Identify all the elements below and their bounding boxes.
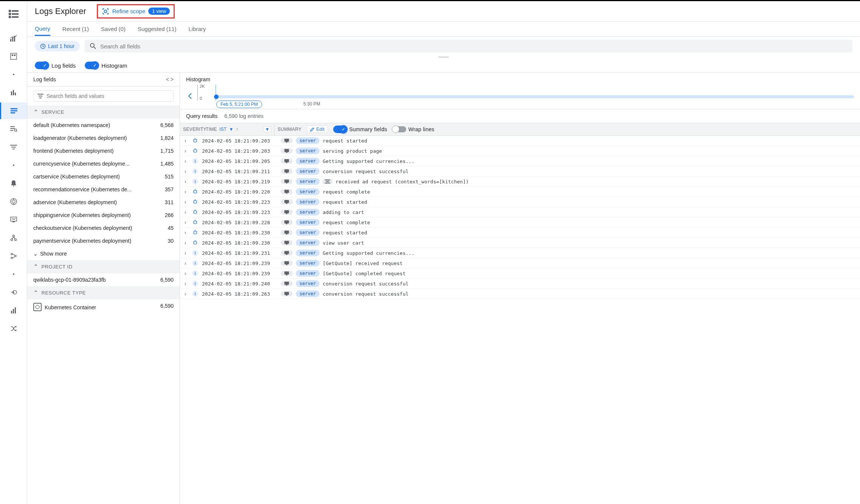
tab-suggested-[interactable]: Suggested (11): [138, 23, 177, 35]
log-fields-toggle[interactable]: ✓: [35, 62, 48, 69]
svg-line-61: [193, 150, 194, 150]
search-all-fields[interactable]: [84, 40, 852, 53]
facet-item[interactable]: adservice (Kubernetes deployment)311: [27, 196, 180, 209]
rail-branch-icon[interactable]: [5, 248, 23, 264]
refine-scope-button[interactable]: Refine scope 1 view: [97, 4, 175, 19]
log-row[interactable]: ›2024-02-05 18:21:09.223serverrequest st…: [180, 197, 860, 207]
sort-asc-icon[interactable]: ↑: [236, 127, 238, 132]
facet-item[interactable]: shippingservice (Kubernetes deployment)2…: [27, 209, 180, 222]
col-time-header[interactable]: TIME IST ▼ ↑ ▼: [203, 124, 275, 135]
expand-row-icon[interactable]: ›: [180, 248, 191, 258]
expand-row-icon[interactable]: ›: [180, 207, 191, 217]
histogram-prev-button[interactable]: [186, 91, 194, 101]
log-row[interactable]: ›i2024-02-05 18:21:09.231serverGetting s…: [180, 248, 860, 258]
expand-row-icon[interactable]: ›: [180, 166, 191, 176]
log-row[interactable]: ›i2024-02-05 18:21:09.211serverconversio…: [180, 166, 860, 177]
expand-row-icon[interactable]: ›: [180, 156, 191, 166]
log-message: serving product page: [323, 148, 382, 154]
log-row[interactable]: ›i2024-02-05 18:21:09.263serverconversio…: [180, 289, 860, 299]
tab-library[interactable]: Library: [189, 23, 206, 35]
expand-row-icon[interactable]: ›: [180, 187, 191, 197]
rail-bell-icon[interactable]: [5, 175, 23, 192]
facet-item[interactable]: loadgenerator (Kubernetes deployment)1,8…: [27, 132, 180, 144]
edit-summary-button[interactable]: Edit: [307, 126, 328, 133]
time-dropdown-icon[interactable]: ▼: [264, 126, 271, 132]
log-row[interactable]: ›i2024-02-05 18:21:09.205serverGetting s…: [180, 156, 860, 166]
facet-header-service[interactable]: ⌃SERVICE: [27, 105, 180, 119]
expand-row-icon[interactable]: ›: [180, 177, 191, 186]
facet-item[interactable]: paymentservice (Kubernetes deployment)30: [27, 234, 180, 247]
expand-row-icon[interactable]: ›: [180, 136, 191, 146]
tab-saved-[interactable]: Saved (0): [101, 23, 126, 35]
rail-dashboard-icon[interactable]: [5, 48, 23, 65]
svg-rect-10: [12, 54, 13, 56]
tz-dropdown-icon[interactable]: ▼: [229, 127, 233, 132]
expand-row-icon[interactable]: ›: [180, 146, 191, 156]
svg-point-32: [11, 239, 12, 241]
facet-item[interactable]: default (Kubernetes namespace)6,568: [27, 119, 180, 132]
time-range-button[interactable]: Last 1 hour: [35, 41, 80, 51]
log-row[interactable]: ›2024-02-05 18:21:09.223serveradding to …: [180, 207, 860, 217]
panel-expand-icon[interactable]: < >: [166, 76, 174, 82]
log-row[interactable]: ›2024-02-05 18:21:09.203serverserving pr…: [180, 146, 860, 156]
log-row[interactable]: ›i2024-02-05 18:21:09.219serverreceived …: [180, 177, 860, 187]
svg-rect-130: [284, 282, 289, 285]
log-row[interactable]: ›i2024-02-05 18:21:09.239server[GetQuote…: [180, 268, 860, 279]
log-row[interactable]: ›2024-02-05 18:21:09.230serverview user …: [180, 238, 860, 248]
field-search-box[interactable]: [33, 90, 174, 102]
histogram-toggle[interactable]: ✓: [85, 62, 98, 69]
tab-query[interactable]: Query: [35, 22, 50, 36]
rail-logs-icon[interactable]: [0, 102, 27, 119]
log-row[interactable]: ›2024-02-05 18:21:09.230serverrequest st…: [180, 228, 860, 238]
log-row[interactable]: ›2024-02-05 18:21:09.228serverrequest co…: [180, 217, 860, 228]
rail-analytics-icon[interactable]: [5, 302, 23, 319]
facet-item[interactable]: frontend (Kubernetes deployment)1,715: [27, 144, 180, 157]
facet-item[interactable]: Kubernetes Container6,590: [27, 299, 180, 315]
facet-header-project-id[interactable]: ⌃PROJECT ID: [27, 260, 180, 273]
resize-handle[interactable]: [27, 56, 860, 59]
facet-item[interactable]: currencyservice (Kubernetes deployme...1…: [27, 157, 180, 170]
rail-import-icon[interactable]: [5, 284, 23, 301]
log-row[interactable]: ›2024-02-05 18:21:09.203serverrequest st…: [180, 136, 860, 146]
rail-shuffle-icon[interactable]: [5, 320, 23, 337]
log-row[interactable]: ›2024-02-05 18:21:09.220serverrequest co…: [180, 187, 860, 197]
rail-logo-icon[interactable]: [5, 6, 23, 22]
wrap-lines-toggle[interactable]: [393, 126, 406, 132]
expand-row-icon[interactable]: ›: [180, 228, 191, 237]
rail-metrics-icon[interactable]: [5, 30, 23, 47]
histogram-chart[interactable]: 2K 0 Feb 5, 5:21:00 PM 5:30 PM: [197, 85, 854, 107]
expand-row-icon[interactable]: ›: [180, 217, 191, 227]
severity-cell: i: [191, 158, 200, 164]
facet-header-resource-type[interactable]: ⌃RESOURCE TYPE: [27, 286, 180, 299]
search-input[interactable]: [100, 43, 847, 50]
rail-monitor-icon[interactable]: [5, 211, 23, 228]
field-search-input[interactable]: [47, 93, 169, 99]
facet-item[interactable]: recommendationservice (Kubernetes de...3…: [27, 183, 180, 196]
timezone-label[interactable]: IST: [219, 127, 227, 132]
col-severity-header[interactable]: SEVERITY: [180, 124, 203, 134]
histogram-slider-thumb[interactable]: [214, 95, 219, 99]
expand-row-icon[interactable]: ›: [180, 268, 191, 278]
tab-recent-[interactable]: Recent (1): [62, 23, 89, 35]
svg-point-92: [194, 211, 197, 214]
facet-item[interactable]: cartservice (Kubernetes deployment)515: [27, 170, 180, 183]
svg-rect-24: [11, 147, 16, 147]
summary-fields-toggle[interactable]: ✓: [333, 126, 347, 133]
expand-row-icon[interactable]: ›: [180, 197, 191, 207]
expand-row-icon[interactable]: ›: [180, 238, 191, 248]
expand-row-icon[interactable]: ›: [180, 279, 191, 288]
rail-bars-icon[interactable]: [5, 84, 23, 101]
expand-row-icon[interactable]: ›: [180, 289, 191, 299]
rail-error-icon[interactable]: [5, 193, 23, 210]
log-row[interactable]: ›i2024-02-05 18:21:09.239server[GetQuote…: [180, 258, 860, 268]
svg-line-80: [193, 192, 194, 193]
rail-log-analytics-icon[interactable]: [5, 121, 23, 137]
log-row[interactable]: ›i2024-02-05 18:21:09.240serverconversio…: [180, 279, 860, 289]
facet-item[interactable]: checkoutservice (Kubernetes deployment)4…: [27, 222, 180, 234]
facet-item[interactable]: qwiklabs-gcp-01-8909a23fa3fb6,590: [27, 273, 180, 286]
show-more-button[interactable]: ⌄Show more: [27, 247, 180, 260]
expand-row-icon[interactable]: ›: [180, 258, 191, 268]
rail-filter-icon[interactable]: [5, 139, 23, 155]
svg-rect-98: [284, 210, 289, 213]
rail-nodes-icon[interactable]: [5, 230, 23, 246]
